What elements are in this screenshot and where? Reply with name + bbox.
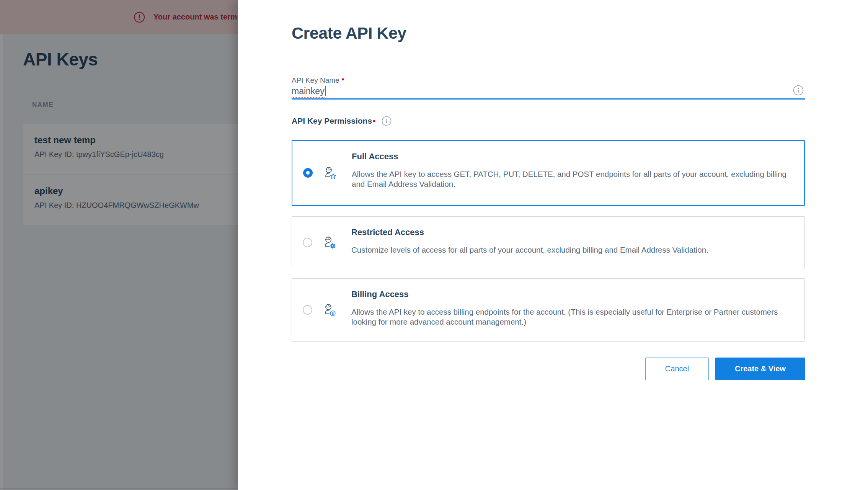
option-title: Restricted Access — [351, 227, 797, 237]
option-billing-access[interactable]: $ Billing Access Allows the API key to a… — [292, 278, 805, 342]
option-text: Restricted Access Customize levels of ac… — [351, 217, 804, 255]
permissions-label: API Key Permissions — [292, 116, 372, 126]
required-marker: • — [342, 75, 344, 83]
permissions-label-row: API Key Permissions• — [292, 116, 392, 126]
person-gear-icon — [322, 235, 336, 250]
person-dollar-icon: $ — [322, 303, 336, 317]
api-key-name-input[interactable]: mainkey — [292, 86, 805, 100]
input-focus-underline — [292, 98, 805, 100]
api-key-name-label: API Key Name• — [292, 75, 344, 85]
option-description: Allows the API key to access billing end… — [351, 307, 797, 327]
full-access-radio[interactable] — [303, 168, 313, 178]
api-key-name-value[interactable]: mainkey — [292, 86, 325, 98]
create-and-view-button[interactable]: Create & View — [715, 358, 805, 380]
billing-access-radio[interactable] — [303, 305, 312, 315]
option-restricted-access[interactable]: Restricted Access Customize levels of ac… — [292, 216, 805, 269]
info-icon[interactable] — [793, 85, 804, 96]
modal-backdrop[interactable] — [0, 0, 238, 490]
api-key-name-label-text: API Key Name — [292, 76, 339, 84]
option-description: Allows the API key to access GET, PATCH,… — [352, 169, 796, 189]
option-text: Full Access Allows the API key to access… — [352, 141, 804, 189]
svg-text:$: $ — [332, 311, 334, 315]
option-description: Customize levels of access for all parts… — [351, 245, 797, 255]
api-keys-page: Your account was term API Keys NAME test… — [0, 0, 238, 490]
info-icon[interactable] — [382, 116, 392, 126]
text-caret — [325, 86, 326, 96]
option-title: Full Access — [352, 152, 796, 162]
option-full-access[interactable]: Full Access Allows the API key to access… — [292, 140, 805, 206]
screen: Your account was term API Keys NAME test… — [0, 0, 868, 490]
create-api-key-drawer: Create API Key API Key Name• mainkey API… — [238, 0, 868, 490]
person-star-icon — [322, 166, 337, 180]
option-title: Billing Access — [351, 289, 797, 299]
required-marker: • — [373, 116, 375, 126]
restricted-access-radio[interactable] — [303, 238, 312, 247]
option-text: Billing Access Allows the API key to acc… — [351, 279, 804, 327]
cancel-button[interactable]: Cancel — [645, 358, 709, 380]
drawer-title: Create API Key — [292, 24, 406, 42]
